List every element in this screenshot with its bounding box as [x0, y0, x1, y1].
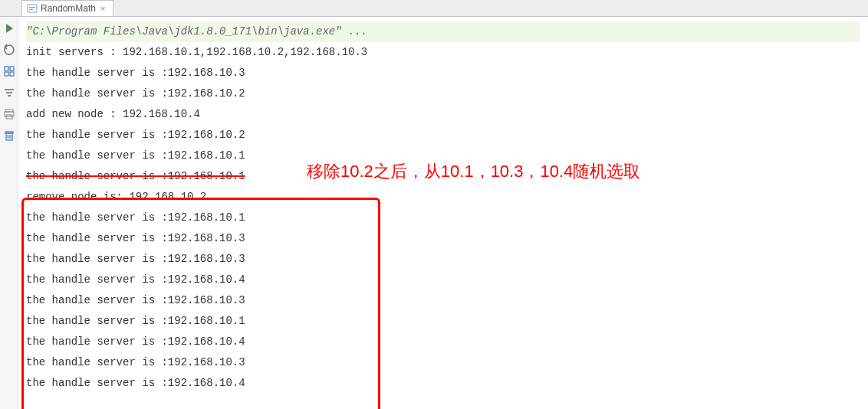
console-line: add new node : 192.168.10.4	[26, 104, 860, 125]
svg-rect-14	[5, 132, 13, 133]
rerun-icon[interactable]	[2, 21, 16, 35]
tab-label: RandomMath	[41, 3, 96, 14]
svg-rect-0	[28, 5, 37, 12]
svg-rect-1	[29, 7, 35, 8]
trash-icon[interactable]	[2, 129, 16, 142]
svg-rect-3	[5, 67, 8, 70]
run-config-icon	[27, 3, 38, 14]
console-line: the handle server is :192.168.10.2	[26, 83, 860, 104]
main-area: "C:\Program Files\Java\jdk1.8.0_171\bin\…	[0, 17, 868, 409]
console-line: the handle server is :192.168.10.2	[26, 125, 860, 146]
console-line: the handle server is :192.168.10.3	[26, 63, 860, 83]
stop-icon[interactable]	[2, 43, 16, 57]
svg-rect-8	[6, 92, 12, 93]
close-icon[interactable]: ×	[99, 4, 107, 13]
filter-icon[interactable]	[2, 86, 16, 100]
console-line: the handle server is :192.168.10.1	[26, 208, 860, 228]
layout-icon[interactable]	[2, 64, 16, 78]
svg-rect-6	[10, 72, 14, 76]
console-line: the handle server is :192.168.10.3	[26, 290, 860, 311]
svg-rect-4	[10, 67, 14, 70]
console-line: the handle server is :192.168.10.3	[26, 228, 860, 249]
console-line: the handle server is :192.168.10.1	[26, 311, 860, 332]
print-icon[interactable]	[2, 107, 16, 121]
console-line: the handle server is :192.168.10.4	[26, 332, 860, 352]
tab-bar: RandomMath ×	[0, 0, 868, 17]
svg-rect-5	[5, 72, 8, 76]
console-line: the handle server is :192.168.10.4	[26, 270, 860, 290]
svg-rect-2	[29, 9, 33, 10]
command-line: "C:\Program Files\Java\jdk1.8.0_171\bin\…	[26, 21, 860, 42]
console-line: the handle server is :192.168.10.3	[26, 352, 860, 373]
tab-random-math[interactable]: RandomMath ×	[21, 0, 113, 16]
svg-rect-9	[8, 95, 11, 97]
gutter	[0, 17, 18, 409]
svg-rect-7	[5, 89, 14, 90]
annotation-text: 移除10.2之后，从10.1，10.3，10.4随机选取	[307, 161, 640, 182]
console-line: init servers : 192.168.10.1,192.168.10.2…	[26, 42, 860, 63]
console-output[interactable]: "C:\Program Files\Java\jdk1.8.0_171\bin\…	[18, 17, 868, 409]
console-line: the handle server is :192.168.10.4	[26, 373, 860, 394]
console-line: the handle server is :192.168.10.3	[26, 249, 860, 270]
console-line: remove node is: 192.168.10.2	[26, 187, 860, 208]
